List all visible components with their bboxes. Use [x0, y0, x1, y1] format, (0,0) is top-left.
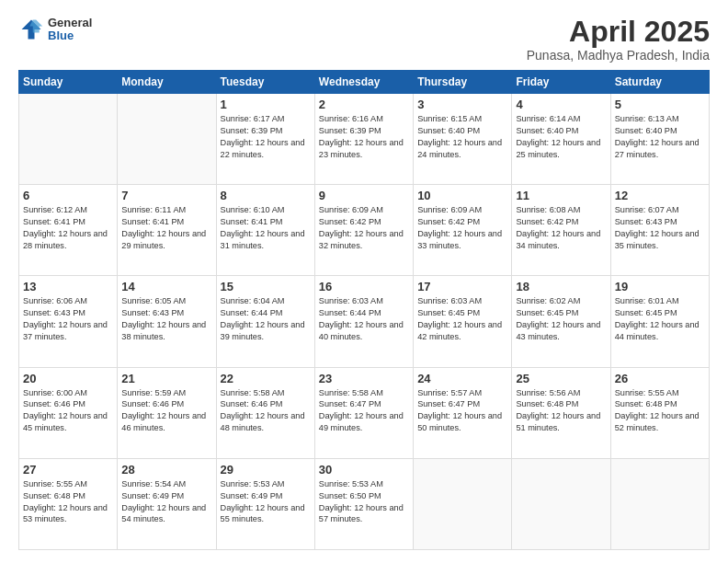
calendar-cell: 15Sunrise: 6:04 AM Sunset: 6:44 PM Dayli… — [216, 276, 314, 367]
calendar-table: SundayMondayTuesdayWednesdayThursdayFrid… — [18, 70, 710, 550]
calendar-cell: 12Sunrise: 6:07 AM Sunset: 6:43 PM Dayli… — [610, 185, 709, 276]
day-number: 14 — [121, 280, 211, 293]
calendar-week-row: 1Sunrise: 6:17 AM Sunset: 6:39 PM Daylig… — [19, 94, 710, 185]
calendar-cell: 9Sunrise: 6:09 AM Sunset: 6:42 PM Daylig… — [314, 185, 413, 276]
calendar-cell: 10Sunrise: 6:09 AM Sunset: 6:42 PM Dayli… — [414, 185, 512, 276]
calendar-cell: 11Sunrise: 6:08 AM Sunset: 6:42 PM Dayli… — [512, 185, 610, 276]
day-number: 29 — [221, 463, 311, 477]
day-info: Sunrise: 5:55 AM Sunset: 6:48 PM Dayligh… — [615, 387, 705, 435]
day-number: 22 — [221, 372, 311, 385]
day-info: Sunrise: 5:58 AM Sunset: 6:46 PM Dayligh… — [221, 387, 311, 435]
logo: General Blue — [18, 17, 92, 43]
day-number: 21 — [121, 372, 211, 385]
logo-blue-text: Blue — [48, 29, 92, 42]
day-number: 25 — [516, 372, 606, 385]
day-info: Sunrise: 6:01 AM Sunset: 6:45 PM Dayligh… — [615, 295, 705, 343]
day-number: 2 — [319, 98, 409, 111]
day-number: 24 — [417, 372, 507, 385]
day-info: Sunrise: 5:57 AM Sunset: 6:47 PM Dayligh… — [417, 387, 507, 435]
day-info: Sunrise: 6:00 AM Sunset: 6:46 PM Dayligh… — [23, 387, 113, 435]
calendar-cell: 1Sunrise: 6:17 AM Sunset: 6:39 PM Daylig… — [216, 94, 314, 185]
day-info: Sunrise: 5:53 AM Sunset: 6:50 PM Dayligh… — [319, 478, 409, 526]
calendar-cell — [118, 94, 216, 185]
title-month: April 2025 — [527, 17, 710, 46]
title-location: Punasa, Madhya Pradesh, India — [527, 48, 710, 63]
calendar-week-row: 6Sunrise: 6:12 AM Sunset: 6:41 PM Daylig… — [19, 185, 710, 276]
day-info: Sunrise: 5:56 AM Sunset: 6:48 PM Dayligh… — [516, 387, 606, 435]
day-number: 18 — [516, 280, 606, 293]
calendar-cell: 23Sunrise: 5:58 AM Sunset: 6:47 PM Dayli… — [314, 367, 413, 458]
day-number: 27 — [23, 463, 113, 477]
calendar-week-row: 20Sunrise: 6:00 AM Sunset: 6:46 PM Dayli… — [19, 367, 710, 458]
day-info: Sunrise: 6:16 AM Sunset: 6:39 PM Dayligh… — [319, 113, 409, 161]
day-info: Sunrise: 5:53 AM Sunset: 6:49 PM Dayligh… — [221, 478, 311, 526]
calendar-cell — [610, 458, 709, 549]
calendar-cell: 22Sunrise: 5:58 AM Sunset: 6:46 PM Dayli… — [216, 367, 314, 458]
day-info: Sunrise: 5:55 AM Sunset: 6:48 PM Dayligh… — [23, 478, 113, 526]
day-info: Sunrise: 6:09 AM Sunset: 6:42 PM Dayligh… — [319, 204, 409, 252]
calendar-week-row: 27Sunrise: 5:55 AM Sunset: 6:48 PM Dayli… — [19, 458, 710, 549]
day-number: 13 — [23, 280, 113, 293]
calendar-cell: 3Sunrise: 6:15 AM Sunset: 6:40 PM Daylig… — [414, 94, 512, 185]
logo-general-text: General — [48, 17, 92, 29]
day-number: 5 — [615, 98, 705, 111]
calendar-cell: 2Sunrise: 6:16 AM Sunset: 6:39 PM Daylig… — [314, 94, 413, 185]
calendar-header-monday: Monday — [118, 71, 216, 94]
day-number: 26 — [615, 372, 705, 385]
calendar-cell: 5Sunrise: 6:13 AM Sunset: 6:40 PM Daylig… — [610, 94, 709, 185]
day-info: Sunrise: 6:15 AM Sunset: 6:40 PM Dayligh… — [417, 113, 507, 161]
day-info: Sunrise: 6:03 AM Sunset: 6:45 PM Dayligh… — [417, 295, 507, 343]
day-number: 11 — [516, 189, 606, 202]
day-info: Sunrise: 5:54 AM Sunset: 6:49 PM Dayligh… — [121, 478, 211, 526]
calendar-cell: 20Sunrise: 6:00 AM Sunset: 6:46 PM Dayli… — [19, 367, 118, 458]
calendar-header-friday: Friday — [512, 71, 610, 94]
day-info: Sunrise: 6:12 AM Sunset: 6:41 PM Dayligh… — [23, 204, 113, 252]
title-block: April 2025 Punasa, Madhya Pradesh, India — [527, 17, 710, 63]
calendar-header-row: SundayMondayTuesdayWednesdayThursdayFrid… — [19, 71, 710, 94]
day-info: Sunrise: 6:14 AM Sunset: 6:40 PM Dayligh… — [516, 113, 606, 161]
day-number: 1 — [221, 98, 311, 111]
day-info: Sunrise: 5:58 AM Sunset: 6:47 PM Dayligh… — [319, 387, 409, 435]
calendar-cell: 17Sunrise: 6:03 AM Sunset: 6:45 PM Dayli… — [414, 276, 512, 367]
calendar-cell: 28Sunrise: 5:54 AM Sunset: 6:49 PM Dayli… — [118, 458, 216, 549]
calendar-cell: 4Sunrise: 6:14 AM Sunset: 6:40 PM Daylig… — [512, 94, 610, 185]
day-info: Sunrise: 6:03 AM Sunset: 6:44 PM Dayligh… — [319, 295, 409, 343]
day-number: 10 — [417, 189, 507, 202]
day-info: Sunrise: 6:08 AM Sunset: 6:42 PM Dayligh… — [516, 204, 606, 252]
day-info: Sunrise: 6:06 AM Sunset: 6:43 PM Dayligh… — [23, 295, 113, 343]
calendar-cell: 24Sunrise: 5:57 AM Sunset: 6:47 PM Dayli… — [414, 367, 512, 458]
calendar-cell: 7Sunrise: 6:11 AM Sunset: 6:41 PM Daylig… — [118, 185, 216, 276]
calendar-cell: 18Sunrise: 6:02 AM Sunset: 6:45 PM Dayli… — [512, 276, 610, 367]
day-number: 9 — [319, 189, 409, 202]
day-number: 19 — [615, 280, 705, 293]
calendar-header-thursday: Thursday — [414, 71, 512, 94]
day-info: Sunrise: 6:09 AM Sunset: 6:42 PM Dayligh… — [417, 204, 507, 252]
day-info: Sunrise: 6:04 AM Sunset: 6:44 PM Dayligh… — [221, 295, 311, 343]
day-number: 4 — [516, 98, 606, 111]
calendar-cell: 25Sunrise: 5:56 AM Sunset: 6:48 PM Dayli… — [512, 367, 610, 458]
day-number: 16 — [319, 280, 409, 293]
calendar-cell: 27Sunrise: 5:55 AM Sunset: 6:48 PM Dayli… — [19, 458, 118, 549]
calendar-cell — [414, 458, 512, 549]
calendar-week-row: 13Sunrise: 6:06 AM Sunset: 6:43 PM Dayli… — [19, 276, 710, 367]
calendar-cell: 14Sunrise: 6:05 AM Sunset: 6:43 PM Dayli… — [118, 276, 216, 367]
calendar-cell: 16Sunrise: 6:03 AM Sunset: 6:44 PM Dayli… — [314, 276, 413, 367]
day-number: 17 — [417, 280, 507, 293]
header: General Blue April 2025 Punasa, Madhya P… — [18, 17, 710, 63]
calendar-cell — [19, 94, 118, 185]
calendar-cell: 19Sunrise: 6:01 AM Sunset: 6:45 PM Dayli… — [610, 276, 709, 367]
calendar-cell: 30Sunrise: 5:53 AM Sunset: 6:50 PM Dayli… — [314, 458, 413, 549]
day-number: 12 — [615, 189, 705, 202]
calendar-header-tuesday: Tuesday — [216, 71, 314, 94]
day-number: 23 — [319, 372, 409, 385]
day-info: Sunrise: 6:11 AM Sunset: 6:41 PM Dayligh… — [121, 204, 211, 252]
day-info: Sunrise: 6:13 AM Sunset: 6:40 PM Dayligh… — [615, 113, 705, 161]
day-info: Sunrise: 6:17 AM Sunset: 6:39 PM Dayligh… — [221, 113, 311, 161]
calendar-header-sunday: Sunday — [19, 71, 118, 94]
logo-icon — [18, 17, 44, 42]
calendar-cell: 8Sunrise: 6:10 AM Sunset: 6:41 PM Daylig… — [216, 185, 314, 276]
day-number: 7 — [121, 189, 211, 202]
day-number: 20 — [23, 372, 113, 385]
day-info: Sunrise: 6:05 AM Sunset: 6:43 PM Dayligh… — [121, 295, 211, 343]
day-info: Sunrise: 5:59 AM Sunset: 6:46 PM Dayligh… — [121, 387, 211, 435]
